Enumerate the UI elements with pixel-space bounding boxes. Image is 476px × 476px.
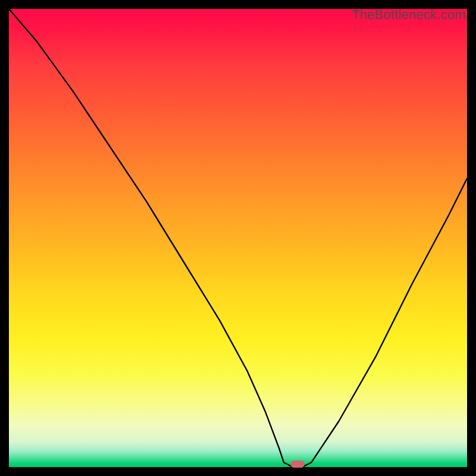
plot-area: TheBottleneck.com bbox=[9, 9, 467, 467]
bottleneck-curve bbox=[9, 9, 467, 467]
optimal-marker bbox=[290, 461, 305, 468]
chart-frame: TheBottleneck.com bbox=[0, 0, 476, 476]
